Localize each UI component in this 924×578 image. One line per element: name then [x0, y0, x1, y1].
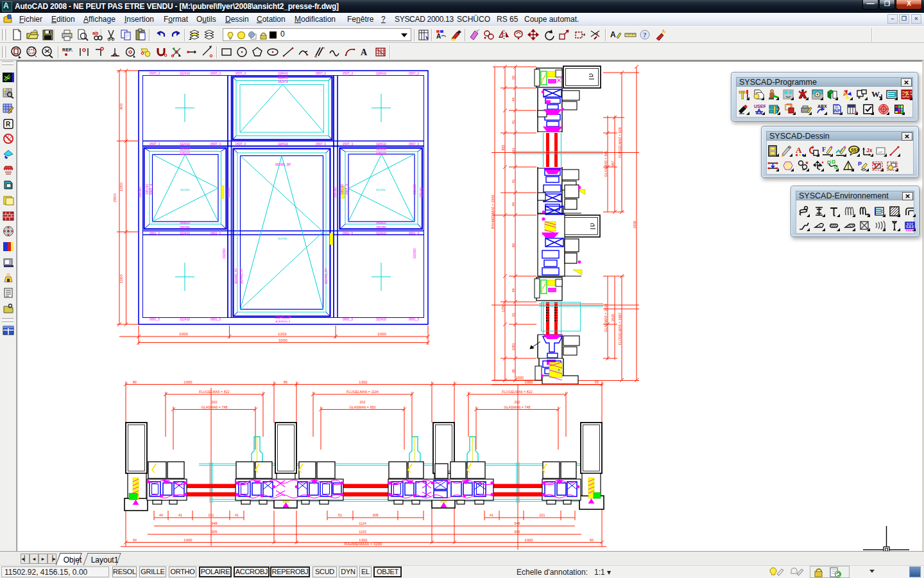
- svg-text:332850: 332850: [413, 249, 416, 259]
- svg-text:400: 400: [119, 103, 123, 110]
- svg-text:3200: 3200: [278, 338, 287, 342]
- svg-text:GLASMAß = 1616: GLASMAß = 1616: [604, 304, 608, 332]
- svg-text:RAHMENMAß = 2500: RAHMENMAß = 2500: [491, 195, 495, 229]
- svg-text:GLASMAß = 748: GLASMAß = 748: [504, 405, 531, 409]
- svg-text:GLASMAß = 561: GLASMAß = 561: [604, 151, 608, 177]
- svg-text:1000: 1000: [524, 380, 533, 384]
- svg-text:F: F: [822, 146, 826, 153]
- svg-text:059T_3: 059T_3: [345, 184, 348, 195]
- svg-text:369820: 369820: [376, 222, 386, 225]
- svg-text:382481_BF: 382481_BF: [275, 163, 291, 166]
- svg-text:0597_3: 0597_3: [409, 72, 419, 75]
- svg-text:41: 41: [235, 513, 239, 517]
- svg-text:335150: 335150: [146, 184, 149, 195]
- svg-text:332850: 332850: [223, 249, 226, 259]
- svg-text:948: 948: [212, 521, 218, 525]
- svg-text:A: A: [361, 48, 368, 57]
- svg-text:0691_3: 0691_3: [343, 318, 353, 321]
- svg-text:1000: 1000: [179, 331, 188, 336]
- svg-text:059T_3: 059T_3: [210, 143, 221, 146]
- svg-text:Jx: Jx: [866, 147, 873, 153]
- svg-text:50: 50: [590, 538, 594, 542]
- svg-text:905: 905: [515, 530, 520, 534]
- svg-text:059T_3: 059T_3: [150, 143, 160, 146]
- svg-text:0691_3: 0691_3: [150, 232, 160, 235]
- svg-text:44: 44: [511, 288, 515, 292]
- svg-text:1000: 1000: [516, 376, 524, 380]
- svg-text:1000: 1000: [184, 380, 193, 384]
- svg-text:50: 50: [133, 538, 137, 542]
- svg-text:325020: 325020: [376, 152, 386, 155]
- svg-text:365380: 365380: [376, 226, 386, 229]
- svg-text:P: P: [858, 161, 862, 167]
- svg-text:322410: 322410: [180, 143, 190, 146]
- svg-text:1081: 1081: [511, 343, 515, 351]
- svg-text:0597_3: 0597_3: [409, 143, 419, 146]
- svg-text:1000: 1000: [119, 274, 123, 283]
- svg-text:308: 308: [373, 513, 379, 517]
- svg-text:W: W: [871, 89, 880, 99]
- svg-text:059T_3: 059T_3: [150, 184, 153, 195]
- svg-text:44: 44: [511, 98, 515, 101]
- svg-text:369820: 369820: [180, 222, 190, 225]
- svg-text:86: 86: [284, 380, 287, 384]
- svg-text:41: 41: [178, 513, 182, 517]
- svg-text:059T_3: 059T_3: [235, 72, 246, 75]
- svg-text:322410: 322410: [376, 318, 386, 321]
- svg-text:51: 51: [338, 513, 342, 517]
- svg-text:ACB49050_F: ACB49050_F: [276, 320, 291, 323]
- svg-text:41: 41: [511, 120, 515, 124]
- svg-text:0691_3: 0691_3: [343, 232, 353, 235]
- svg-text:322410: 322410: [180, 318, 190, 321]
- svg-text:50: 50: [511, 76, 515, 80]
- svg-text:1124: 1124: [359, 521, 366, 525]
- svg-text:382478: 382478: [278, 76, 288, 80]
- svg-text:1938: 1938: [633, 221, 637, 229]
- svg-text:955: 955: [501, 145, 505, 151]
- svg-text:335160: 335160: [139, 188, 142, 198]
- svg-text:059T_3: 059T_3: [150, 72, 160, 75]
- svg-text:A: A: [436, 33, 441, 40]
- svg-text:328410: 328410: [278, 72, 288, 75]
- svg-text:1302: 1302: [359, 538, 368, 542]
- svg-text:SSX: SSX: [851, 148, 860, 152]
- svg-text:0691_3: 0691_3: [210, 232, 221, 235]
- svg-text:1153: 1153: [359, 530, 366, 534]
- svg-text:365380: 365380: [180, 226, 190, 229]
- svg-text:382478: 382478: [278, 80, 288, 83]
- svg-text:202: 202: [515, 400, 520, 404]
- svg-text:FLUGELMAß = 1104: FLUGELMAß = 1104: [346, 390, 379, 394]
- svg-text:1000: 1000: [377, 331, 386, 336]
- svg-text:905: 905: [212, 530, 218, 534]
- svg-text:325050: 325050: [180, 148, 190, 151]
- svg-text:325050: 325050: [376, 148, 386, 151]
- svg-text:41: 41: [511, 179, 515, 183]
- svg-text:A: A: [610, 30, 616, 39]
- svg-text:335150: 335150: [413, 184, 416, 195]
- svg-text:335160: 335160: [420, 188, 423, 198]
- svg-text:0597_3: 0597_3: [316, 143, 326, 146]
- svg-text:INF: INF: [834, 109, 841, 113]
- svg-text:325020: 325020: [180, 152, 190, 155]
- svg-text:GLASMAß = 950: GLASMAß = 950: [350, 405, 376, 409]
- svg-text:059T_3: 059T_3: [210, 72, 221, 75]
- svg-text:44: 44: [159, 513, 163, 517]
- svg-text:202: 202: [212, 400, 218, 404]
- svg-text:81: 81: [511, 313, 515, 317]
- svg-text:1202: 1202: [278, 331, 287, 336]
- svg-text:335160: 335160: [227, 188, 230, 198]
- svg-text:0691_3: 0691_3: [409, 318, 419, 321]
- svg-text:221: 221: [209, 513, 214, 517]
- svg-text:60: 60: [595, 380, 599, 384]
- svg-text:322410: 322410: [180, 72, 190, 75]
- svg-text:059T_3: 059T_3: [343, 143, 354, 146]
- svg-text:1302: 1302: [359, 380, 368, 384]
- svg-text:1250: 1250: [501, 304, 505, 312]
- svg-text:1000: 1000: [119, 182, 123, 191]
- svg-text:328410: 328410: [278, 143, 288, 146]
- svg-text:202: 202: [360, 400, 366, 404]
- svg-text:322410: 322410: [180, 232, 190, 235]
- svg-text:322410: 322410: [376, 232, 386, 235]
- svg-text:328410: 328410: [376, 143, 386, 146]
- svg-text:41: 41: [490, 513, 493, 517]
